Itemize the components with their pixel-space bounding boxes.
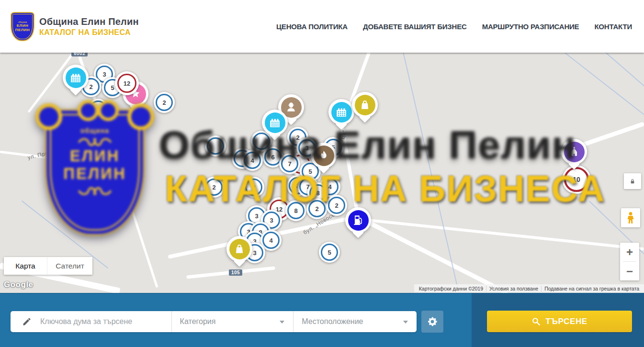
watermark-crest-top-label: община — [80, 127, 109, 134]
cluster-count: 12 — [117, 74, 136, 93]
gear-icon — [427, 316, 438, 327]
search-bar: Категория Местоположение ТЪРСЕНЕ — [0, 293, 644, 347]
watermark-crest: община ЕЛИН ПЕЛИН — [37, 104, 152, 237]
category-dropdown-value: Категория — [180, 317, 216, 326]
zoom-control: + − — [620, 243, 639, 280]
search-icon — [531, 317, 541, 326]
attribution-text: Картографски данни ©2019 — [416, 286, 486, 291]
attribution-link[interactable]: Условия за ползване — [486, 286, 541, 291]
factory-icon — [331, 102, 352, 123]
crest-name-line2: ПЕЛИН — [15, 28, 30, 32]
street-view-pegman-button[interactable] — [621, 208, 640, 227]
map-canvas[interactable]: ул. Преславбул. „Новоселци“6002105 32512… — [0, 53, 644, 293]
site-title: Община Елин Пелин — [39, 16, 139, 27]
map-cluster-marker[interactable]: 12 — [115, 71, 139, 95]
lock-icon — [629, 178, 636, 185]
stream-line — [605, 53, 644, 87]
nav-item-2[interactable]: МАРШРУТНО РАЗПИСАНИЕ — [482, 22, 579, 31]
map-cluster-marker[interactable]: 2 — [154, 92, 175, 113]
map-type-satellite-button[interactable]: Сателит — [47, 257, 92, 275]
nav-item-0[interactable]: ЦЕНОВА ПОЛИТИКА — [276, 22, 348, 31]
map-cluster-marker[interactable]: 5 — [319, 242, 340, 263]
fuel-icon — [348, 210, 369, 231]
map-pin-factory[interactable] — [63, 65, 89, 96]
watermark-title: Община Елин Пелин — [159, 123, 576, 168]
advanced-settings-button[interactable] — [421, 311, 443, 333]
search-fields: Категория Местоположение — [11, 311, 417, 332]
search-button[interactable]: ТЪРСЕНЕ — [487, 311, 632, 332]
municipality-crest-icon: община ЕЛИН ПЕЛИН — [11, 12, 34, 41]
keyword-input[interactable] — [39, 317, 166, 326]
map-type-map-button[interactable]: Карта — [4, 257, 47, 275]
site-subtitle: КАТАЛОГ НА БИЗНЕСА — [39, 28, 139, 37]
map-pin-bag[interactable] — [352, 92, 378, 123]
location-dropdown[interactable]: Местоположение — [294, 311, 417, 332]
road-line — [358, 218, 644, 251]
attribution-link[interactable]: Подаване на сигнал за грешка в картата — [541, 286, 642, 291]
watermark-crest-name-line1: ЕЛИН — [70, 147, 120, 165]
map-pin-bag[interactable] — [226, 236, 252, 268]
bag-icon — [355, 95, 375, 115]
header: община ЕЛИН ПЕЛИН Община Елин Пелин КАТА… — [0, 0, 644, 53]
cluster-count: 4 — [262, 232, 280, 249]
factory-icon — [66, 67, 86, 88]
zoom-out-button[interactable]: − — [620, 262, 639, 280]
watermark-subtitle: КАТАЛОГ НА БИЗНЕСА — [165, 168, 605, 210]
nav-item-1[interactable]: ДОБАВЕТЕ ВАШИЯТ БИЗНЕС — [363, 22, 467, 31]
keyword-field[interactable] — [11, 311, 172, 332]
pencil-icon — [22, 317, 32, 326]
crest-flourish-icon — [78, 186, 112, 199]
location-dropdown-value: Местоположение — [302, 317, 363, 326]
main-nav: ЦЕНОВА ПОЛИТИКАДОБАВЕТЕ ВАШИЯТ БИЗНЕСМАР… — [276, 22, 632, 31]
pegman-icon — [625, 212, 636, 224]
page: община ЕЛИН ПЕЛИН Община Елин Пелин КАТА… — [0, 0, 644, 347]
chevron-down-icon — [403, 321, 408, 324]
search-button-label: ТЪРСЕНЕ — [545, 317, 588, 326]
map-attribution: Картографски данни ©2019Условия за ползв… — [414, 284, 644, 292]
google-logo[interactable]: Google — [4, 280, 34, 290]
watermark-shield: община ЕЛИН ПЕЛИН — [45, 109, 145, 235]
cluster-count: 2 — [156, 94, 173, 111]
crest-flourish-icon — [78, 134, 112, 147]
site-logo[interactable]: община ЕЛИН ПЕЛИН Община Елин Пелин КАТА… — [11, 12, 139, 41]
bag-icon — [229, 239, 250, 259]
zoom-in-button[interactable]: + — [620, 243, 639, 261]
crest-name-line1: ЕЛИН — [17, 23, 28, 28]
road-number-badge: 105 — [229, 269, 242, 276]
road-number-badge: 6002 — [71, 53, 88, 56]
watermark-crest-name-line2: ПЕЛИН — [63, 165, 126, 182]
scroll-lock-button[interactable] — [624, 173, 641, 189]
stream-line — [565, 53, 644, 115]
cluster-count: 5 — [321, 244, 338, 261]
map-pin-fuel[interactable] — [345, 207, 371, 239]
chevron-down-icon — [280, 321, 284, 324]
map-type-switcher: Карта Сателит — [4, 257, 92, 275]
category-dropdown[interactable]: Категория — [172, 311, 294, 332]
logo-text: Община Елин Пелин КАТАЛОГ НА БИЗНЕСА — [39, 16, 139, 37]
nav-item-3[interactable]: КОНТАКТИ — [594, 22, 632, 31]
